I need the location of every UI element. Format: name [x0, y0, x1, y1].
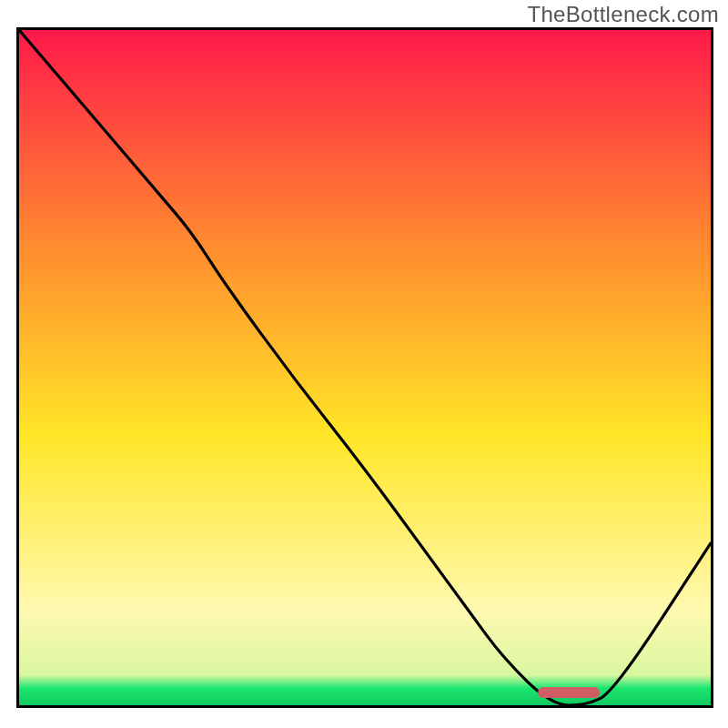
- chart-frame: TheBottleneck.com: [0, 0, 728, 728]
- optimum-marker: [538, 687, 600, 698]
- watermark-text: TheBottleneck.com: [527, 2, 719, 27]
- plot-area: [16, 27, 713, 708]
- bottleneck-curve: [19, 30, 711, 705]
